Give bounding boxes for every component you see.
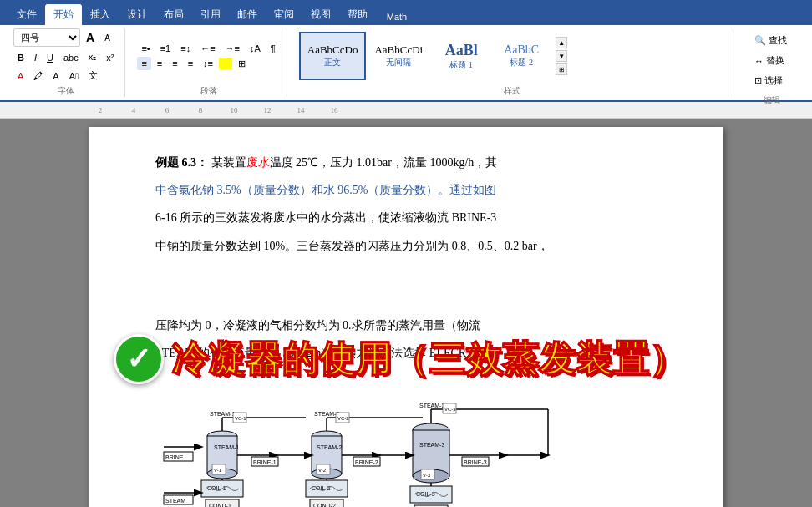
style-scroll-expand[interactable]: ⊞	[556, 63, 567, 75]
document-text: 例题 6.3： 某装置废水温度 25℃，压力 1.01bar，流量 1000kg…	[155, 152, 657, 507]
para-controls: ≡• ≡1 ≡↕ ←≡ →≡ ↕A ¶ ≡ ≡ ≡ ≡ ↕≡	[137, 28, 279, 84]
show-marks-btn[interactable]: ¶	[266, 42, 280, 55]
font-size-increase[interactable]: A	[82, 29, 99, 46]
svg-text:VC-2: VC-2	[337, 416, 349, 421]
style-h1-label: 标题 1	[449, 59, 473, 71]
ruler-mark-7: 14	[284, 106, 317, 114]
style-scroll-down[interactable]: ▼	[556, 50, 567, 62]
style-heading1[interactable]: AaBl 标题 1	[431, 32, 491, 80]
para-content1: 中含氯化钠 3.5%（质量分数）和水 96.5%（质量分数）。通过如图	[155, 180, 657, 200]
tab-ref[interactable]: 引用	[192, 4, 229, 25]
ruler-mark-4: 8	[184, 106, 217, 114]
replace-label: 替换	[766, 54, 784, 67]
styles-group-label: 样式	[299, 84, 726, 97]
replace-icon: ↔	[754, 56, 764, 66]
svg-text:COND-1: COND-1	[209, 503, 231, 507]
para-content2: 6-16 所示的三效蒸发将废水中的水分蒸出，使浓缩液物流 BRINE-3	[155, 207, 657, 228]
list-number-btn[interactable]: ≡1	[156, 42, 175, 55]
group-paragraph: ≡• ≡1 ≡↕ ←≡ →≡ ↕A ¶ ≡ ≡ ≡ ≡ ↕≡	[130, 28, 287, 97]
sort-btn[interactable]: ↕A	[246, 42, 265, 55]
list-multilevel-btn[interactable]: ≡↕	[176, 42, 195, 55]
styles-gallery: AaBbCcDo 正文 AaBbCcDi 无间隔 AaBl 标题 1	[299, 32, 551, 80]
char-border-btn[interactable]: A⃞	[65, 69, 83, 83]
svg-text:BRINE-3: BRINE-3	[464, 459, 487, 465]
font-color-btn[interactable]: A	[13, 69, 28, 83]
ruler-mark-2: 4	[117, 106, 150, 114]
border-btn[interactable]: ⊞	[234, 57, 250, 71]
style-scroll-up[interactable]: ▲	[556, 37, 567, 48]
overlay-title-text: 冷凝器的使用（三效蒸发装置）	[172, 327, 687, 391]
replace-button[interactable]: ↔ 替换	[749, 52, 793, 69]
document-page: 例题 6.3： 某装置废水温度 25℃，压力 1.01bar，流量 1000kg…	[89, 127, 723, 507]
style-normal[interactable]: AaBbCcDo 正文	[299, 32, 367, 80]
svg-text:STEAM-3: STEAM-3	[419, 442, 444, 448]
font-size-decrease[interactable]: A	[100, 32, 114, 44]
ruler-mark-1: 2	[84, 106, 117, 114]
strikethrough-button[interactable]: abc	[59, 51, 83, 64]
indent-increase-btn[interactable]: →≡	[221, 42, 244, 55]
svg-text:BRINE-2: BRINE-2	[355, 459, 378, 465]
flow-diagram: BRINE BRINE STEAM-1 STEAM-1 BRINE-1	[155, 376, 648, 507]
style-normal-label: 正文	[324, 57, 341, 68]
document-container: 例题 6.3： 某装置废水温度 25℃，压力 1.01bar，流量 1000kg…	[0, 119, 812, 507]
find-button[interactable]: 🔍 查找	[749, 32, 793, 49]
diagram-svg: BRINE BRINE STEAM-1 STEAM-1 BRINE-1	[155, 376, 648, 507]
para-content3: 中钠的质量分数达到 10%。三台蒸发器的闪蒸压力分别为 0.8、0.5、0.2 …	[155, 236, 657, 256]
tab-design[interactable]: 设计	[119, 4, 155, 25]
style-heading2[interactable]: AaBbC 标题 2	[491, 32, 551, 80]
ruler-mark-8: 16	[317, 106, 351, 114]
horizontal-ruler: 2 4 6 8 10 12 14 16	[0, 102, 812, 119]
tab-layout[interactable]: 布局	[155, 4, 192, 25]
char-shading-btn[interactable]: A	[48, 69, 63, 83]
phonetic-btn[interactable]: 文	[84, 68, 102, 84]
svg-text:V-2: V-2	[318, 468, 327, 473]
tab-file[interactable]: 文件	[8, 4, 45, 25]
subscript-button[interactable]: x₂	[84, 50, 101, 64]
list-bullet-btn[interactable]: ≡•	[137, 42, 154, 55]
svg-text:V-3: V-3	[423, 473, 431, 478]
tab-review[interactable]: 审阅	[266, 4, 302, 25]
svg-text:BRINE-1: BRINE-1	[253, 459, 277, 465]
tab-view[interactable]: 视图	[302, 4, 339, 25]
bold-button[interactable]: B	[13, 51, 28, 64]
font-name-select[interactable]: 四号	[13, 28, 80, 47]
justify-btn[interactable]: ≡	[184, 57, 197, 70]
overlay-banner: ✓ 冷凝器的使用（三效蒸发装置）	[114, 327, 723, 391]
para-group-label: 段落	[137, 84, 279, 97]
indent-decrease-btn[interactable]: ←≡	[196, 42, 219, 55]
svg-text:STEAM-1: STEAM-1	[210, 411, 235, 417]
font-group-label: 字体	[13, 84, 118, 97]
superscript-button[interactable]: x²	[102, 51, 118, 64]
align-right-btn[interactable]: ≡	[168, 57, 181, 70]
select-label: 选择	[764, 74, 783, 87]
tab-insert[interactable]: 插入	[82, 4, 119, 25]
tab-home[interactable]: 开始	[45, 4, 82, 25]
tab-mail[interactable]: 邮件	[229, 4, 266, 25]
select-icon: ⊡	[754, 75, 762, 86]
ribbon-content: 四号 A A B I U abc x₂ x² A	[0, 25, 812, 102]
editing-group-label: 编辑	[745, 93, 799, 106]
find-label: 查找	[769, 34, 787, 47]
highlight-btn[interactable]: 🖍	[29, 69, 47, 83]
shading-btn[interactable]	[219, 58, 232, 69]
underline-button[interactable]: U	[43, 51, 58, 64]
italic-button[interactable]: I	[30, 51, 41, 64]
svg-text:VC-3: VC-3	[444, 407, 456, 412]
style-no-spacing-preview: AaBbCcDi	[374, 43, 423, 57]
ribbon: 文件 开始 插入 设计 布局 引用 邮件 审阅 视图 帮助 Math 四号 A	[0, 0, 812, 102]
style-scroll-arrows: ▲ ▼ ⊞	[556, 37, 567, 75]
ruler-mark-6: 12	[251, 106, 284, 114]
checkmark-icon: ✓	[126, 344, 151, 374]
ruler-mark-3: 6	[150, 106, 184, 114]
select-button[interactable]: ⊡ 选择	[749, 72, 793, 89]
line-spacing-btn[interactable]: ↕≡	[199, 57, 217, 70]
tab-help[interactable]: 帮助	[339, 4, 376, 25]
group-styles: AaBbCcDo 正文 AaBbCcDi 无间隔 AaBl 标题 1	[292, 28, 733, 97]
svg-text:BRINE: BRINE	[165, 454, 184, 460]
align-left-btn[interactable]: ≡	[137, 57, 150, 70]
align-center-btn[interactable]: ≡	[153, 57, 166, 70]
style-no-spacing[interactable]: AaBbCcDi 无间隔	[366, 32, 431, 80]
style-h2-preview: AaBbC	[504, 43, 539, 57]
checkmark-badge: ✓	[114, 334, 164, 384]
svg-text:VC-1: VC-1	[235, 416, 246, 421]
